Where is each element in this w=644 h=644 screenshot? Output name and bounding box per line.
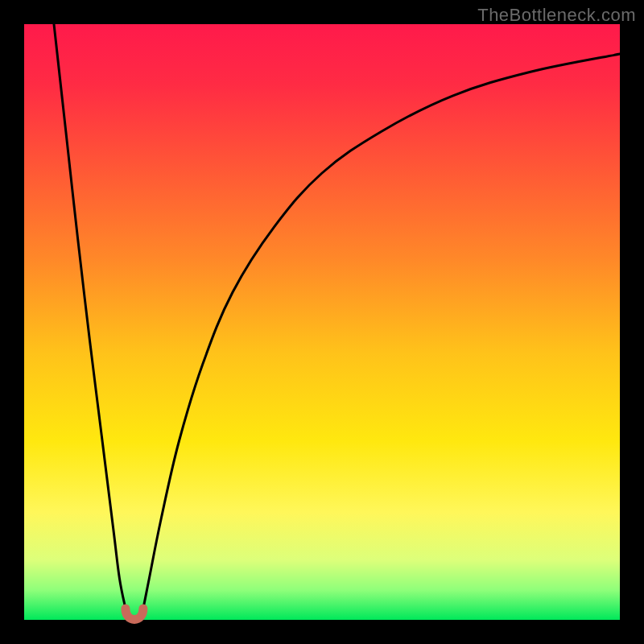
bottleneck-chart [0,0,644,644]
chart-frame: TheBottleneck.com [0,0,644,644]
watermark-text: TheBottleneck.com [477,5,636,26]
